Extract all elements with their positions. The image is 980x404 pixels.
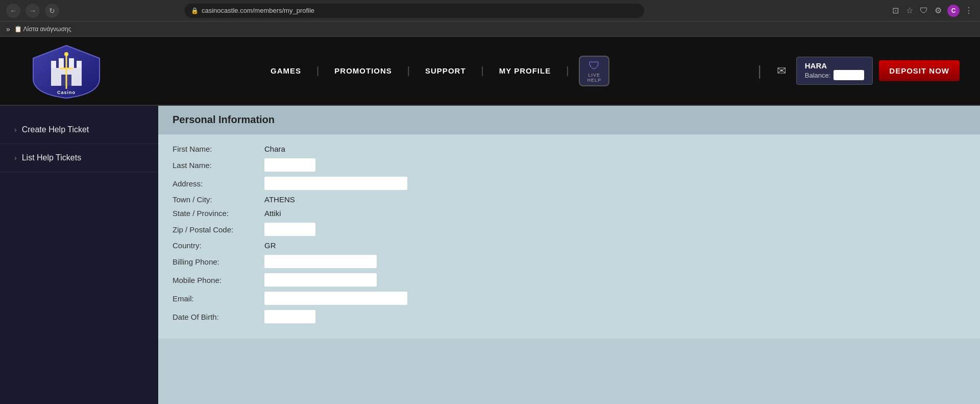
balance-input[interactable] [834, 70, 864, 80]
deposit-button[interactable]: DEPOSIT NOW [879, 60, 960, 81]
svg-point-8 [64, 52, 68, 56]
field-last-name: Last Name: [173, 158, 966, 172]
sidebar: › Create Help Ticket › List Help Tickets [0, 106, 158, 404]
svg-rect-3 [77, 61, 82, 68]
country-value: GR [264, 241, 276, 250]
email-label: Email: [173, 294, 264, 303]
svg-text:Casino: Casino [57, 90, 76, 95]
live-help-top: LIVE [589, 73, 601, 78]
main-content: › Create Help Ticket › List Help Tickets… [0, 106, 980, 404]
bookmark-chevron[interactable]: » [6, 25, 10, 33]
personal-info-title: Personal Information [173, 114, 275, 125]
email-input[interactable] [264, 292, 407, 305]
logo-container[interactable]: Casino [20, 40, 112, 102]
nav-my-profile[interactable]: MY PROFILE [484, 66, 566, 75]
shield-icon[interactable]: 🛡 [919, 6, 929, 16]
sidebar-item-list-help-tickets[interactable]: › List Help Tickets [0, 144, 158, 172]
main-nav: GAMES | PROMOTIONS | SUPPORT | MY PROFIL… [112, 56, 752, 86]
field-zip: Zip / Postal Code: [173, 223, 966, 236]
bookmark-bar: » 📋 Λίστα ανάγνωσης [0, 21, 980, 37]
country-label: Country: [173, 241, 264, 250]
balance-row: Balance: [805, 70, 865, 80]
refresh-button[interactable]: ↻ [45, 4, 59, 18]
message-icon[interactable]: ✉ [777, 64, 786, 78]
field-first-name: First Name: Chara [173, 145, 966, 153]
bookmark-item[interactable]: 📋 Λίστα ανάγνωσης [14, 26, 71, 33]
forward-button[interactable]: → [26, 4, 40, 18]
billing-phone-label: Billing Phone: [173, 257, 264, 266]
cast-icon[interactable]: ⊡ [890, 6, 900, 16]
content-area: Personal Information First Name: Chara L… [158, 106, 980, 404]
sidebar-arrow-2: › [14, 154, 17, 162]
live-help-button[interactable]: 🛡 LIVE HELP [579, 56, 609, 86]
live-help-shield-icon: 🛡 [589, 59, 600, 73]
last-name-label: Last Name: [173, 161, 264, 170]
header-sep-1: | [757, 63, 761, 79]
field-billing-phone: Billing Phone: [173, 255, 966, 268]
balance-label: Balance: [805, 72, 831, 79]
menu-icon[interactable]: ⋮ [964, 6, 974, 16]
last-name-input[interactable] [264, 158, 315, 172]
extensions-icon[interactable]: ⚙ [933, 6, 943, 16]
lock-icon: 🔒 [191, 7, 199, 14]
avatar[interactable]: C [947, 5, 960, 17]
town-city-value: ATHENS [264, 195, 295, 204]
zip-input[interactable] [264, 223, 315, 236]
address-label: Address: [173, 179, 264, 188]
url-bar[interactable]: 🔒 casinocastle.com/members/my_profile [185, 4, 644, 18]
bookmark-icon: 📋 [14, 26, 22, 33]
user-info-panel: HARA Balance: [796, 57, 873, 85]
field-email: Email: [173, 292, 966, 305]
town-city-label: Town / City: [173, 195, 264, 204]
svg-rect-2 [69, 58, 74, 68]
username-label: HARA [805, 61, 865, 70]
nav-promotions[interactable]: PROMOTIONS [319, 66, 407, 75]
state-province-label: State / Province: [173, 209, 264, 218]
address-input[interactable] [264, 177, 407, 190]
field-dob: Date Of Birth: [173, 310, 966, 323]
first-name-label: First Name: [173, 145, 264, 153]
dob-input[interactable] [264, 310, 315, 323]
field-country: Country: GR [173, 241, 966, 250]
sidebar-item-create-help-ticket[interactable]: › Create Help Ticket [0, 116, 158, 144]
browser-bar: ← → ↻ 🔒 casinocastle.com/members/my_prof… [0, 0, 980, 21]
personal-info-header: Personal Information [158, 106, 980, 134]
dob-label: Date Of Birth: [173, 313, 264, 321]
field-mobile-phone: Mobile Phone: [173, 273, 966, 287]
sidebar-arrow-1: › [14, 126, 17, 134]
field-state-province: State / Province: Attiki [173, 209, 966, 218]
state-province-value: Attiki [264, 209, 281, 218]
bookmark-star-icon[interactable]: ☆ [904, 6, 915, 16]
site-header: Casino GAMES | PROMOTIONS | SUPPORT | MY… [0, 37, 980, 106]
field-address: Address: [173, 177, 966, 190]
personal-info-body: First Name: Chara Last Name: Address: To… [158, 134, 980, 339]
first-name-value: Chara [264, 145, 285, 153]
live-help-bottom: HELP [587, 78, 602, 83]
casino-castle-logo: Casino [28, 43, 105, 99]
billing-phone-input[interactable] [264, 255, 377, 268]
nav-games[interactable]: GAMES [255, 66, 316, 75]
mobile-phone-label: Mobile Phone: [173, 276, 264, 284]
mobile-phone-input[interactable] [264, 273, 377, 287]
svg-rect-0 [51, 61, 56, 68]
nav-sep-4: | [566, 65, 569, 77]
svg-rect-1 [59, 58, 64, 68]
url-text: casinocastle.com/members/my_profile [202, 7, 314, 14]
sidebar-label-list-help-tickets: List Help Tickets [22, 153, 81, 162]
browser-actions: ⊡ ☆ 🛡 ⚙ C ⋮ [890, 5, 974, 17]
zip-label: Zip / Postal Code: [173, 225, 264, 234]
nav-support[interactable]: SUPPORT [410, 66, 481, 75]
back-button[interactable]: ← [6, 4, 20, 18]
field-town-city: Town / City: ATHENS [173, 195, 966, 204]
sidebar-label-create-help-ticket: Create Help Ticket [22, 125, 89, 134]
